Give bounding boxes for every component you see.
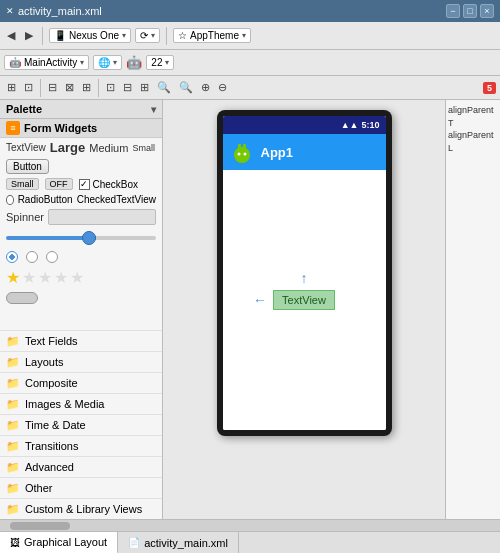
toolbar-icon-btn-1[interactable]: ◀ [4, 27, 18, 44]
radio-dots-row [0, 249, 162, 265]
form-widgets-icon: ≡ [6, 121, 20, 135]
button-widget[interactable]: Button [6, 159, 49, 174]
form-widgets-section: ≡ Form Widgets TextView Large Medium Sma… [0, 119, 162, 330]
toolbar-icon-btn-2[interactable]: ▶ [22, 27, 36, 44]
tool-btn-3[interactable]: ⊟ [45, 79, 60, 96]
tool-btn-1[interactable]: ⊞ [4, 79, 19, 96]
tool-btn-4[interactable]: ⊠ [62, 79, 77, 96]
activity-dropdown[interactable]: 🤖 MainActivity ▾ [4, 55, 89, 70]
radio-dot-1[interactable] [6, 251, 18, 263]
images-media-icon: 📁 [6, 397, 20, 411]
transitions-icon: 📁 [6, 439, 20, 453]
rotate-arrow: ▾ [151, 31, 155, 40]
category-advanced[interactable]: 📁 Advanced [0, 456, 162, 477]
spinner-widget[interactable] [48, 209, 156, 225]
other-icon: 📁 [6, 481, 20, 495]
time-date-label: Time & Date [25, 419, 86, 431]
star-1[interactable]: ★ [6, 268, 20, 287]
slider-track[interactable] [6, 236, 156, 240]
textview-label[interactable]: TextView [6, 142, 46, 153]
api-dropdown[interactable]: 22 ▾ [146, 55, 174, 70]
composite-label: Composite [25, 377, 78, 389]
theme-dropdown[interactable]: ☆ AppTheme ▾ [173, 28, 251, 43]
checkbox-label[interactable]: CheckBox [93, 179, 139, 190]
tool-btn-8[interactable]: ⊞ [137, 79, 152, 96]
device-dropdown[interactable]: 📱 Nexus One ▾ [49, 28, 131, 43]
close-button[interactable]: × [480, 4, 494, 18]
radio-widget[interactable] [6, 195, 14, 205]
separator-1 [42, 27, 43, 45]
palette-collapse-arrow[interactable]: ▾ [151, 104, 156, 115]
category-custom-library[interactable]: 📁 Custom & Library Views [0, 498, 162, 519]
maximize-button[interactable]: □ [463, 4, 477, 18]
left-panel: Palette ▾ ≡ Form Widgets TextView Large … [0, 100, 163, 519]
custom-library-label: Custom & Library Views [25, 503, 142, 515]
canvas-area[interactable]: ▲▲ 5:10 App1 ← ↑ [163, 100, 445, 519]
tool-btn-7[interactable]: ⊟ [120, 79, 135, 96]
star-5[interactable]: ★ [70, 268, 84, 287]
tool-btn-5[interactable]: ⊞ [79, 79, 94, 96]
checked-textview-label[interactable]: CheckedTextView [77, 194, 156, 205]
tool-btn-6[interactable]: ⊡ [103, 79, 118, 96]
category-transitions[interactable]: 📁 Transitions [0, 435, 162, 456]
zoom-out-btn[interactable]: 🔍 [176, 79, 196, 96]
zoom-fit-btn[interactable]: ⊕ [198, 79, 213, 96]
svg-point-3 [237, 153, 240, 156]
small-label[interactable]: Small [132, 143, 155, 153]
spinner-label[interactable]: Spinner [6, 211, 44, 223]
error-badge: 5 [483, 82, 496, 94]
radio-dot-2[interactable] [26, 251, 38, 263]
category-composite[interactable]: 📁 Composite [0, 372, 162, 393]
android-logo: 🤖 [126, 55, 142, 70]
device-label: Nexus One [69, 30, 119, 41]
android-small-icon: 🤖 [126, 55, 142, 70]
layouts-label: Layouts [25, 356, 64, 368]
category-text-fields[interactable]: 📁 Text Fields [0, 330, 162, 351]
star-4[interactable]: ★ [54, 268, 68, 287]
radio-dot-3[interactable] [46, 251, 58, 263]
text-fields-icon: 📁 [6, 334, 20, 348]
checkbox-row: ✓ CheckBox [79, 179, 139, 190]
small-pill-widget[interactable]: Small [6, 178, 39, 190]
phone-content[interactable]: ← ↑ TextView [223, 170, 386, 430]
svg-rect-1 [238, 144, 241, 149]
category-images-media[interactable]: 📁 Images & Media [0, 393, 162, 414]
zoom-reset-btn[interactable]: ⊖ [215, 79, 230, 96]
zoom-in-btn[interactable]: 🔍 [154, 79, 174, 96]
checkbox-widget[interactable]: ✓ [79, 179, 90, 190]
locale-dropdown[interactable]: 🌐 ▾ [93, 55, 122, 70]
xml-tab-icon: 📄 [128, 537, 140, 548]
textview-widget[interactable]: TextView [273, 290, 335, 310]
category-other[interactable]: 📁 Other [0, 477, 162, 498]
radio-button-label[interactable]: RadioButton [18, 194, 73, 205]
graphical-layout-icon: 🖼 [10, 537, 20, 548]
advanced-label: Advanced [25, 461, 74, 473]
minimize-button[interactable]: − [446, 4, 460, 18]
switch-widget[interactable] [6, 292, 38, 304]
star-2[interactable]: ★ [22, 268, 36, 287]
scrollbar-thumb[interactable] [10, 522, 70, 530]
title-bar: ✕ activity_main.xml − □ × [0, 0, 500, 22]
tab-xml[interactable]: 📄 activity_main.xml [118, 532, 239, 553]
status-bar: ▲▲ 5:10 [223, 116, 386, 134]
category-time-date[interactable]: 📁 Time & Date [0, 414, 162, 435]
svg-point-0 [234, 147, 250, 163]
star-3[interactable]: ★ [38, 268, 52, 287]
category-layouts[interactable]: 📁 Layouts [0, 351, 162, 372]
textview-row: TextView Large Medium Small Button [0, 138, 162, 176]
form-widgets-label: Form Widgets [24, 122, 97, 134]
rotate-dropdown[interactable]: ⟳ ▾ [135, 28, 160, 43]
widget-spacer [0, 308, 162, 330]
horizontal-scrollbar[interactable] [0, 519, 500, 531]
rotate-icon: ⟳ [140, 30, 148, 41]
large-label[interactable]: Large [50, 140, 85, 155]
app-icon [231, 141, 253, 163]
xml-tab-label: activity_main.xml [144, 537, 228, 549]
slider-thumb[interactable] [82, 231, 96, 245]
medium-label[interactable]: Medium [89, 142, 128, 154]
locale-icon: 🌐 [98, 57, 110, 68]
toggle-off-widget[interactable]: OFF [45, 178, 73, 190]
tool-btn-2[interactable]: ⊡ [21, 79, 36, 96]
tab-graphical-layout[interactable]: 🖼 Graphical Layout [0, 532, 118, 553]
stars-row: ★ ★ ★ ★ ★ [0, 265, 162, 290]
